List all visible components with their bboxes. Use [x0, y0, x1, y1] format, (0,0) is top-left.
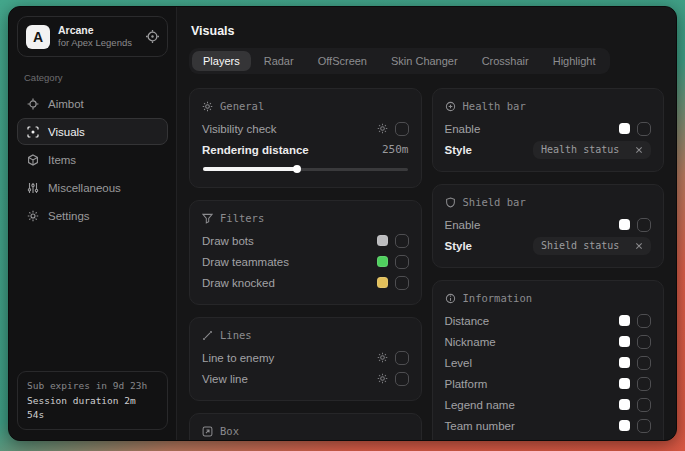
health-style-select[interactable]: Health status	[533, 141, 651, 159]
distance-checkbox[interactable]	[637, 314, 651, 328]
funnel-icon	[202, 213, 213, 224]
page-title: Visuals	[191, 24, 662, 38]
color-swatch[interactable]	[619, 399, 630, 410]
row-label: Platform	[445, 378, 488, 390]
row-label: Team number	[445, 420, 515, 432]
line-icon	[202, 330, 213, 341]
row-label: Rendering distance	[202, 144, 309, 156]
setting-row-level: Level	[445, 352, 652, 373]
card-title: Information	[463, 292, 533, 304]
setting-row-draw-bots: Draw bots	[202, 230, 409, 251]
draw-bots-checkbox[interactable]	[395, 234, 409, 248]
sidebar-item-label: Visuals	[48, 126, 85, 138]
gear-icon	[27, 210, 39, 222]
color-swatch[interactable]	[619, 378, 630, 389]
info-icon	[445, 293, 456, 304]
tab-offscreen[interactable]: OffScreen	[307, 51, 378, 71]
card-health-bar: Health bar Enable Style H	[432, 88, 665, 172]
weapon-in-hands-checkbox[interactable]	[637, 440, 651, 441]
color-swatch[interactable]	[377, 256, 388, 267]
slider-thumb[interactable]	[293, 165, 301, 173]
tab-crosshair[interactable]: Crosshair	[471, 51, 540, 71]
sidebar-item-label: Miscellaneous	[48, 182, 121, 194]
color-swatch[interactable]	[619, 315, 630, 326]
subscription-info: Sub expires in 9d 23h Session duration 2…	[17, 371, 168, 430]
level-checkbox[interactable]	[637, 356, 651, 370]
setting-row-health-style: Style Health status	[445, 139, 652, 160]
color-swatch[interactable]	[619, 219, 630, 230]
sidebar-item-visuals[interactable]: Visuals	[17, 118, 168, 145]
row-label: Enable	[445, 123, 481, 135]
color-swatch[interactable]	[619, 336, 630, 347]
legend-name-checkbox[interactable]	[637, 398, 651, 412]
card-title: Shield bar	[463, 196, 526, 208]
setting-row-line-to-enemy: Line to enemy	[202, 347, 409, 368]
color-swatch[interactable]	[619, 123, 630, 134]
tab-skin-changer[interactable]: Skin Changer	[380, 51, 469, 71]
app-name: Arcane	[58, 24, 132, 37]
cards-grid: General Visibility check	[189, 88, 664, 440]
draw-knocked-checkbox[interactable]	[395, 276, 409, 290]
close-icon[interactable]	[635, 146, 643, 154]
card-title: Health bar	[463, 100, 526, 112]
nickname-checkbox[interactable]	[637, 335, 651, 349]
card-information: Information Distance Nickname	[432, 280, 665, 440]
color-swatch[interactable]	[377, 235, 388, 246]
sidebar-item-settings[interactable]: Settings	[17, 202, 168, 229]
sidebar-item-miscellaneous[interactable]: Miscellaneous	[17, 174, 168, 201]
line-to-enemy-checkbox[interactable]	[395, 351, 409, 365]
visibility-check-checkbox[interactable]	[395, 122, 409, 136]
setting-row-legend-name: Legend name	[445, 394, 652, 415]
card-shield-bar: Shield bar Enable Style S	[432, 184, 665, 268]
package-icon	[27, 154, 39, 166]
sidebar-item-items[interactable]: Items	[17, 146, 168, 173]
selected-style-value: Shield status	[541, 240, 619, 251]
shield-enable-checkbox[interactable]	[637, 218, 651, 232]
app-subtitle: for Apex Legends	[58, 37, 132, 49]
session-duration-text: Session duration 2m 54s	[27, 394, 158, 423]
card-general: General Visibility check	[189, 88, 422, 188]
row-label: Distance	[445, 315, 490, 327]
card-title: Filters	[220, 212, 264, 224]
row-label: View line	[202, 373, 248, 385]
settings-gear-icon[interactable]	[377, 352, 388, 363]
settings-gear-icon[interactable]	[377, 373, 388, 384]
rendering-distance-slider[interactable]	[203, 162, 408, 176]
sidebar-item-label: Items	[48, 154, 76, 166]
tab-players[interactable]: Players	[192, 51, 251, 71]
tab-radar[interactable]: Radar	[253, 51, 305, 71]
health-enable-checkbox[interactable]	[637, 122, 651, 136]
gear-sun-icon	[202, 101, 213, 112]
row-label: Legend name	[445, 399, 515, 411]
color-swatch[interactable]	[377, 277, 388, 288]
row-label: Draw teammates	[202, 256, 289, 268]
sliders-icon	[27, 182, 39, 194]
tab-bar: Players Radar OffScreen Skin Changer Cro…	[189, 48, 610, 74]
platform-checkbox[interactable]	[637, 377, 651, 391]
color-swatch[interactable]	[619, 420, 630, 431]
selected-style-value: Health status	[541, 144, 619, 155]
close-icon[interactable]	[635, 242, 643, 250]
main-panel: Visuals Players Radar OffScreen Skin Cha…	[177, 7, 676, 440]
setting-row-distance: Distance	[445, 310, 652, 331]
setting-row-visibility-check: Visibility check	[202, 118, 409, 139]
color-swatch[interactable]	[619, 357, 630, 368]
setting-row-nickname: Nickname	[445, 331, 652, 352]
shield-style-select[interactable]: Shield status	[533, 237, 651, 255]
rendering-distance-value: 250m	[382, 143, 409, 156]
draw-teammates-checkbox[interactable]	[395, 255, 409, 269]
team-number-checkbox[interactable]	[637, 419, 651, 433]
setting-row-draw-knocked: Draw knocked	[202, 272, 409, 293]
settings-gear-icon[interactable]	[377, 123, 388, 134]
setting-row-shield-style: Style Shield status	[445, 235, 652, 256]
sidebar-item-aimbot[interactable]: Aimbot	[17, 90, 168, 117]
column-right: Health bar Enable Style H	[432, 88, 665, 440]
row-label: Line to enemy	[202, 352, 274, 364]
row-label: Visibility check	[202, 123, 277, 135]
view-line-checkbox[interactable]	[395, 372, 409, 386]
target-icon[interactable]	[146, 30, 159, 43]
tab-highlight[interactable]: Highlight	[542, 51, 607, 71]
sub-expires-text: Sub expires in 9d 23h	[27, 379, 158, 393]
card-filters: Filters Draw bots Draw teammates	[189, 200, 422, 305]
card-box: Box Enable Enable background	[189, 413, 422, 440]
